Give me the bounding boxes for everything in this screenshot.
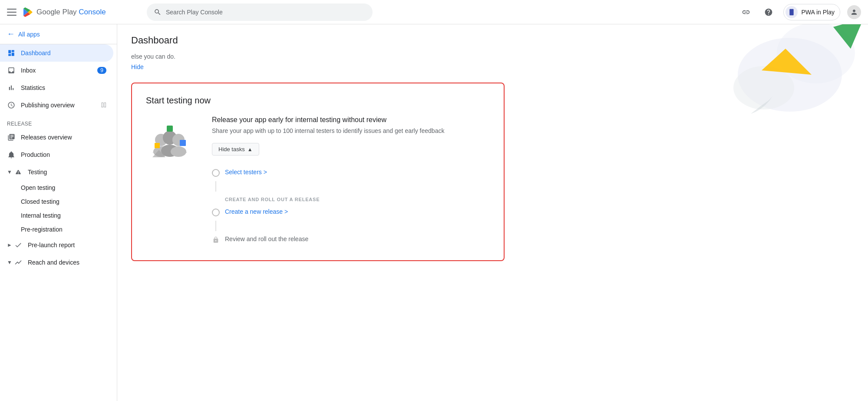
pre-registration-label: Pre-registration xyxy=(21,226,63,233)
play-logo-icon xyxy=(22,6,34,18)
lock-icon xyxy=(212,236,220,244)
svg-rect-12 xyxy=(155,143,160,148)
task-circle-1 xyxy=(212,169,220,177)
reach-devices-label: Reach and devices xyxy=(28,259,79,266)
hide-link[interactable]: Hide xyxy=(131,63,144,70)
start-testing-card: Start testing now xyxy=(131,83,505,261)
sidebar-item-reach-and-devices[interactable]: ▼ Reach and devices xyxy=(0,254,117,271)
chevron-up-icon: ▲ xyxy=(248,146,253,152)
svg-rect-11 xyxy=(167,126,173,132)
task-review-rollout: Review and roll out the release xyxy=(212,231,490,248)
hamburger-menu[interactable] xyxy=(7,7,17,17)
sidebar-item-testing[interactable]: ▼ Testing xyxy=(0,163,117,181)
user-avatar[interactable] xyxy=(847,5,861,19)
testing-icon xyxy=(14,168,23,176)
sidebar-item-closed-testing[interactable]: Closed testing xyxy=(0,195,117,209)
app-selector[interactable]: PWA in Play xyxy=(783,4,840,20)
production-label: Production xyxy=(21,151,50,158)
logo-area: Google Play Console xyxy=(22,6,106,18)
testing-label: Testing xyxy=(28,169,47,176)
production-icon xyxy=(7,150,16,159)
tasks-list: Select testers > CREATE AND ROLL OUT A R… xyxy=(212,164,490,248)
open-testing-label: Open testing xyxy=(21,184,55,191)
dashboard-label: Dashboard xyxy=(21,50,51,56)
link-icon-button[interactable] xyxy=(738,4,754,20)
publishing-overview-icon xyxy=(7,101,16,109)
task-connector-1 xyxy=(215,181,216,192)
card-title: Start testing now xyxy=(146,96,490,106)
sidebar-item-publishing-overview[interactable]: Publishing overview 🔔⃠ xyxy=(0,96,113,114)
card-description: Share your app with up to 100 internal t… xyxy=(212,127,490,134)
sidebar-item-statistics[interactable]: Statistics xyxy=(0,79,113,96)
sidebar-item-dashboard[interactable]: Dashboard xyxy=(0,44,113,62)
release-section-label: Release xyxy=(0,114,117,129)
help-icon-button[interactable] xyxy=(761,4,776,20)
sidebar-item-pre-registration[interactable]: Pre-registration xyxy=(0,222,117,236)
pre-launch-expand-arrow: ► xyxy=(7,242,12,248)
topbar-right: PWA in Play xyxy=(738,4,861,20)
back-arrow-icon: ← xyxy=(7,30,15,39)
create-release-section-label: CREATE AND ROLL OUT A RELEASE xyxy=(212,192,490,204)
task-circle-2 xyxy=(212,209,220,216)
create-release-link[interactable]: Create a new release > xyxy=(225,208,288,215)
reach-icon xyxy=(14,258,23,267)
help-icon xyxy=(764,8,773,17)
topbar-left: Google Play Console xyxy=(7,6,142,18)
all-apps-button[interactable]: ← All apps xyxy=(0,24,117,44)
logo-google-play: Google Play xyxy=(36,8,79,16)
card-body: Release your app early for internal test… xyxy=(146,116,490,248)
hide-tasks-label: Hide tasks xyxy=(218,146,245,152)
above-text: else you can do. xyxy=(131,53,854,60)
inbox-label: Inbox xyxy=(21,67,36,74)
pre-launch-label: Pre-launch report xyxy=(28,242,75,249)
card-subtitle: Release your app early for internal test… xyxy=(212,116,490,124)
card-content: Release your app early for internal test… xyxy=(212,116,490,248)
svg-point-2 xyxy=(733,66,794,109)
search-input[interactable] xyxy=(166,9,366,16)
main-layout: ← All apps Dashboard Inbox 9 Statistics xyxy=(0,24,868,401)
pre-launch-icon xyxy=(14,241,23,249)
svg-point-0 xyxy=(738,38,842,112)
sidebar-item-releases-overview[interactable]: Releases overview xyxy=(0,129,113,146)
people-svg xyxy=(146,116,194,164)
sidebar-item-internal-testing[interactable]: Internal testing xyxy=(0,209,117,222)
select-testers-text: Select testers xyxy=(225,169,262,176)
sidebar-item-production[interactable]: Production xyxy=(0,146,113,163)
card-illustration xyxy=(146,116,198,165)
inbox-icon xyxy=(7,66,16,75)
review-rollout-text: Review and roll out the release xyxy=(225,235,308,242)
hide-tasks-button[interactable]: Hide tasks ▲ xyxy=(212,143,259,156)
reach-expand-arrow: ▼ xyxy=(7,259,12,265)
create-release-text: Create a new release xyxy=(225,208,283,215)
search-bar[interactable] xyxy=(147,3,373,21)
app-name-label: PWA in Play xyxy=(801,9,835,16)
all-apps-label: All apps xyxy=(18,31,40,38)
statistics-icon xyxy=(7,83,16,92)
page-title: Dashboard xyxy=(131,35,854,46)
search-icon xyxy=(154,8,162,16)
publishing-overview-label: Publishing overview xyxy=(21,102,75,109)
sidebar-item-open-testing[interactable]: Open testing xyxy=(0,181,117,195)
internal-testing-label: Internal testing xyxy=(21,212,61,219)
sidebar: ← All apps Dashboard Inbox 9 Statistics xyxy=(0,24,117,401)
task-connector-2 xyxy=(215,221,216,231)
link-icon xyxy=(742,8,750,17)
sidebar-item-pre-launch-report[interactable]: ► Pre-launch report xyxy=(0,236,117,254)
testing-expand-arrow: ▼ xyxy=(7,169,12,175)
logo-console: Console xyxy=(79,8,106,16)
svg-marker-3 xyxy=(762,49,812,75)
statistics-label: Statistics xyxy=(21,84,45,91)
task-select-testers: Select testers > xyxy=(212,164,490,181)
task-create-release: Create a new release > xyxy=(212,204,490,221)
svg-rect-13 xyxy=(180,140,186,146)
topbar: Google Play Console PWA in Play xyxy=(0,0,868,24)
app-avatar xyxy=(785,6,798,18)
svg-point-10 xyxy=(171,146,186,157)
content-area: Dashboard else you can do. Hide Start te… xyxy=(117,24,868,401)
sidebar-item-inbox[interactable]: Inbox 9 xyxy=(0,62,113,79)
select-testers-link[interactable]: Select testers > xyxy=(225,169,267,176)
dashboard-icon xyxy=(7,49,16,57)
releases-overview-icon xyxy=(7,133,16,142)
releases-overview-label: Releases overview xyxy=(21,134,72,141)
inbox-badge: 9 xyxy=(97,67,106,74)
